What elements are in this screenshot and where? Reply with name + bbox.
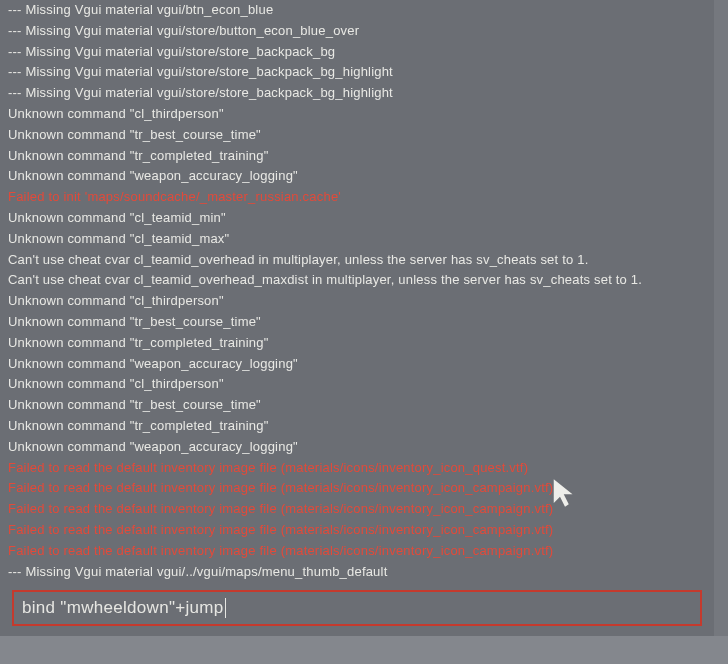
console-line: Failed to read the default inventory ima…	[8, 499, 708, 520]
console-line: Unknown command "tr_best_course_time"	[8, 312, 708, 333]
console-line: Unknown command "cl_teamid_max"	[8, 229, 708, 250]
console-line: Failed to read the default inventory ima…	[8, 478, 708, 499]
bottom-border	[0, 636, 728, 664]
right-border	[714, 0, 728, 636]
console-line: Unknown command "weapon_accuracy_logging…	[8, 354, 708, 375]
console-input[interactable]: bind "mwheeldown"+jump	[22, 598, 224, 618]
console-line: Unknown command "cl_thirdperson"	[8, 374, 708, 395]
console-line: Failed to read the default inventory ima…	[8, 541, 708, 562]
console-line: --- Missing Vgui material vgui/btn_econ_…	[8, 0, 708, 21]
text-caret	[225, 598, 226, 618]
console-line: Unknown command "cl_thirdperson"	[8, 291, 708, 312]
console-line: Failed to read the default inventory ima…	[8, 458, 708, 479]
console-line: Unknown command "cl_thirdperson"	[8, 104, 708, 125]
console-line: Unknown command "tr_completed_training"	[8, 333, 708, 354]
console-line: Unknown command "tr_best_course_time"	[8, 395, 708, 416]
console-line: Can't use cheat cvar cl_teamid_overhead_…	[8, 270, 708, 291]
console-input-wrap[interactable]: bind "mwheeldown"+jump	[12, 590, 702, 626]
console-line: Unknown command "weapon_accuracy_logging…	[8, 437, 708, 458]
console-line: --- Missing Vgui material vgui/store/sto…	[8, 42, 708, 63]
console-line: Unknown command "cl_teamid_min"	[8, 208, 708, 229]
developer-console: --- Missing Vgui material vgui/btn_econ_…	[0, 0, 728, 664]
console-line: --- Missing Vgui material vgui/store/sto…	[8, 83, 708, 104]
console-line: Unknown command "tr_best_course_time"	[8, 125, 708, 146]
console-line: Failed to read the default inventory ima…	[8, 520, 708, 541]
console-line: Failed to init 'maps/soundcache/_master_…	[8, 187, 708, 208]
console-line: Unknown command "tr_completed_training"	[8, 146, 708, 167]
console-line: Unknown command "tr_completed_training"	[8, 416, 708, 437]
console-line: --- Missing Vgui material vgui/store/sto…	[8, 62, 708, 83]
console-output[interactable]: --- Missing Vgui material vgui/btn_econ_…	[8, 0, 708, 582]
console-line: Unknown command "weapon_accuracy_logging…	[8, 166, 708, 187]
console-line: --- Missing Vgui material vgui/../vgui/m…	[8, 562, 708, 582]
console-line: --- Missing Vgui material vgui/store/but…	[8, 21, 708, 42]
console-line: Can't use cheat cvar cl_teamid_overhead …	[8, 250, 708, 271]
